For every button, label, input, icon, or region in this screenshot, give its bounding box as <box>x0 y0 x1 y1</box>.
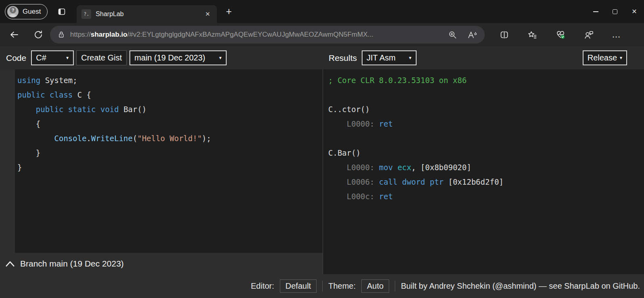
results-mode-select[interactable]: JIT Asm ▼ <box>362 50 417 65</box>
code-line: { <box>17 117 323 131</box>
address-bar[interactable]: https://sharplab.io/#v2:EYLgtghglgdgNAFx… <box>50 26 485 44</box>
zoom-in-icon[interactable] <box>448 30 457 40</box>
tab-close-icon[interactable]: ✕ <box>203 10 213 19</box>
refresh-icon <box>33 29 44 40</box>
avatar-shoulders <box>8 14 17 17</box>
asm-line: L000c: ret <box>328 189 644 204</box>
github-link[interactable]: SharpLab on GitHub <box>564 281 638 290</box>
results-output: ; Core CLR 8.0.23.53103 on x86 C..ctor()… <box>323 69 644 274</box>
close-icon: ✕ <box>631 8 637 15</box>
theme-setting-button[interactable]: Auto <box>361 279 389 293</box>
chevron-down-icon: ▼ <box>619 56 623 60</box>
sharplab-favicon-icon: ?. <box>81 9 91 19</box>
footer-divider <box>322 281 323 292</box>
credit-text: Built by Andrey Shchekin (@ashmind) — se… <box>401 281 640 291</box>
browser-toolbar: https://sharplab.io/#v2:EYLgtghglgdgNAFx… <box>0 23 644 46</box>
profile-button[interactable]: ? Guest <box>5 4 48 19</box>
close-button[interactable]: ✕ <box>625 0 644 23</box>
credit-prefix: Built by <box>401 281 429 290</box>
editor-setting-label: Editor: <box>251 281 274 291</box>
new-tab-button[interactable]: + <box>223 6 234 17</box>
tab-actions-icon[interactable] <box>56 6 68 18</box>
asm-line: ; Core CLR 8.0.23.53103 on x86 <box>328 73 644 88</box>
read-aloud-icon[interactable] <box>467 30 477 40</box>
asm-line: L0000: ret <box>328 117 644 131</box>
code-panel: using System;public class C { public sta… <box>0 69 323 274</box>
browser-essentials-icon[interactable] <box>555 29 566 40</box>
asm-line <box>328 131 644 146</box>
profile-label: Guest <box>23 8 41 16</box>
code-editor-content[interactable]: using System;public class C { public sta… <box>15 69 323 175</box>
credit-suffix: . <box>638 281 640 290</box>
code-editor[interactable]: using System;public class C { public sta… <box>0 69 323 253</box>
chevron-down-icon: ▼ <box>218 56 222 60</box>
browser-window: ? Guest ?. SharpLab ✕ + ✕ <box>0 0 644 298</box>
favorites-icon[interactable] <box>527 30 538 40</box>
feedback-icon[interactable] <box>584 30 594 40</box>
code-label: Code <box>6 53 26 63</box>
code-line: using System; <box>17 73 323 88</box>
asm-line: C..ctor() <box>328 102 644 117</box>
code-line: Console.WriteLine("Hello World!"); <box>17 131 323 146</box>
refresh-button[interactable] <box>31 28 45 42</box>
asm-line: L0006: call dword ptr [0x12b6d2f0] <box>328 175 644 189</box>
maximize-button[interactable] <box>605 0 625 23</box>
code-header: Code C# ▼ Create Gist main (19 Dec 2023)… <box>0 50 323 65</box>
credit-middle: — see <box>536 281 564 290</box>
back-icon <box>9 29 19 40</box>
tab-title: SharpLab <box>96 10 203 18</box>
url-domain: sharplab.io <box>91 31 127 38</box>
browser-tab-sharplab[interactable]: ?. SharpLab ✕ <box>77 5 217 23</box>
branch-select[interactable]: main (19 Dec 2023) ▼ <box>129 50 227 65</box>
code-line: public static void Bar() <box>17 102 323 117</box>
url-hash: /#v2:EYLgtghglgdgNAFxBAzmAPgAQEwEYCwAUJg… <box>127 31 373 38</box>
asm-line: L0000: mov ecx, [0x8b09020] <box>328 160 644 175</box>
chevron-down-icon: ▼ <box>408 56 412 60</box>
branch-select-value: main (19 Dec 2023) <box>134 53 205 63</box>
asm-line: C.Bar() <box>328 146 644 160</box>
theme-setting-label: Theme: <box>328 281 356 291</box>
language-select[interactable]: C# ▼ <box>31 50 74 65</box>
branch-expander[interactable]: Branch main (19 Dec 2023) <box>0 253 323 274</box>
url-text: https://sharplab.io/#v2:EYLgtghglgdgNAFx… <box>70 31 448 39</box>
maximize-icon <box>613 9 617 14</box>
author-link[interactable]: Andrey Shchekin (@ashmind) <box>429 281 536 290</box>
branch-expander-label: Branch main (19 Dec 2023) <box>20 259 124 269</box>
main-area: using System;public class C { public sta… <box>0 69 644 274</box>
window-controls: ✕ <box>586 0 644 23</box>
back-button[interactable] <box>7 28 21 42</box>
code-line: } <box>17 146 323 160</box>
code-line: public class C { <box>17 88 323 102</box>
code-line: } <box>17 160 323 175</box>
split-screen-icon[interactable] <box>499 30 509 40</box>
chevron-up-icon <box>5 260 15 268</box>
minimize-button[interactable] <box>586 0 605 23</box>
address-bar-icons <box>448 30 477 40</box>
create-gist-button[interactable]: Create Gist <box>76 50 127 65</box>
settings-more-icon[interactable]: … <box>612 33 621 37</box>
sharplab-header: Code C# ▼ Create Gist main (19 Dec 2023)… <box>0 46 644 69</box>
avatar-question-glyph: ? <box>10 7 16 13</box>
minimize-icon <box>593 11 598 12</box>
browser-titlebar: ? Guest ?. SharpLab ✕ + ✕ <box>0 0 644 23</box>
guest-avatar-icon: ? <box>7 6 19 17</box>
toolbar-icons: … <box>499 29 621 40</box>
results-header: Results JIT Asm ▼ Release ▼ <box>323 50 644 65</box>
footer-divider <box>395 281 395 292</box>
release-mode-value: Release <box>588 53 617 63</box>
language-select-value: C# <box>36 53 46 63</box>
results-mode-value: JIT Asm <box>367 53 396 63</box>
footer: Editor: Default Theme: Auto Built by And… <box>0 274 644 298</box>
chevron-down-icon: ▼ <box>65 56 69 60</box>
lock-icon[interactable] <box>57 31 65 39</box>
url-prefix: https:// <box>70 31 91 38</box>
release-mode-select[interactable]: Release ▼ <box>583 50 627 65</box>
asm-line <box>328 88 644 102</box>
results-label: Results <box>329 53 357 63</box>
editor-setting-button[interactable]: Default <box>280 279 317 293</box>
